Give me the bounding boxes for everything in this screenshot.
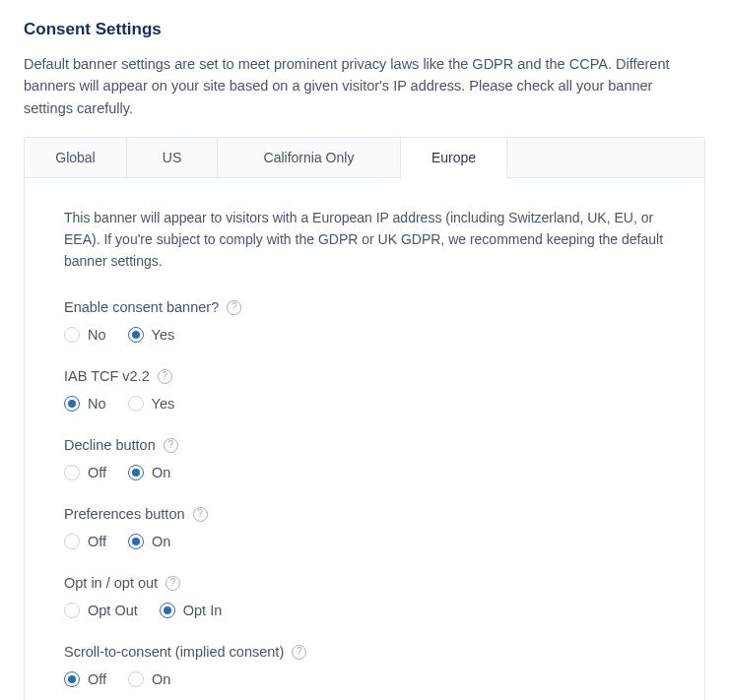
radio-decline-button-off[interactable]: Off (64, 465, 106, 480)
field-opt-in-out: Opt in / opt out ? Opt Out Opt In (64, 575, 665, 618)
tab-global[interactable]: Global (25, 138, 127, 177)
radio-label: Off (88, 465, 106, 480)
radio-enable-banner-no[interactable]: No (64, 327, 106, 343)
field-iab-tcf: IAB TCF v2.2 ? No Yes (64, 368, 665, 412)
radio-group-opt-in-out: Opt Out Opt In (64, 603, 665, 618)
radio-group-enable-banner: No Yes (64, 327, 665, 343)
radio-circle (128, 671, 144, 687)
tab-us[interactable]: US (127, 138, 218, 177)
help-icon[interactable]: ? (292, 645, 306, 660)
radio-circle (64, 671, 80, 687)
radio-circle (128, 465, 144, 480)
radio-circle (64, 396, 80, 412)
radio-label: Yes (152, 396, 175, 412)
radio-enable-banner-yes[interactable]: Yes (128, 327, 175, 343)
label-enable-banner: Enable consent banner? (64, 299, 219, 315)
radio-group-preferences-button: Off On (64, 534, 665, 549)
page-title: Consent Settings (24, 20, 705, 39)
radio-group-decline-button: Off On (64, 465, 665, 480)
radio-label: On (152, 671, 170, 687)
radio-group-scroll-consent: Off On (64, 671, 665, 687)
help-icon[interactable]: ? (158, 369, 172, 384)
panel-description: This banner will appear to visitors with… (64, 208, 665, 272)
radio-circle (128, 327, 144, 343)
help-icon[interactable]: ? (166, 576, 180, 591)
help-icon[interactable]: ? (193, 507, 208, 522)
radio-scroll-consent-off[interactable]: Off (64, 671, 106, 687)
radio-group-iab-tcf: No Yes (64, 396, 665, 412)
radio-label: Off (88, 671, 106, 687)
field-scroll-consent: Scroll-to-consent (implied consent) ? Of… (64, 644, 665, 687)
field-decline-button: Decline button ? Off On (64, 437, 665, 480)
radio-iab-tcf-no[interactable]: No (64, 396, 106, 412)
radio-label: On (152, 534, 170, 549)
radio-circle (128, 534, 144, 549)
radio-circle (64, 603, 80, 618)
radio-label: Opt Out (88, 603, 138, 618)
label-opt-in-out: Opt in / opt out (64, 575, 158, 591)
radio-circle (160, 603, 175, 618)
help-icon[interactable]: ? (227, 300, 241, 315)
radio-circle (64, 534, 80, 549)
field-enable-banner: Enable consent banner? ? No Yes (64, 299, 665, 343)
radio-label: On (152, 465, 170, 480)
radio-iab-tcf-yes[interactable]: Yes (128, 396, 175, 412)
label-iab-tcf: IAB TCF v2.2 (64, 368, 150, 384)
tab-california-only[interactable]: California Only (218, 138, 401, 177)
radio-circle (64, 327, 80, 343)
radio-label: No (88, 396, 106, 412)
field-preferences-button: Preferences button ? Off On (64, 506, 665, 549)
radio-label: Yes (152, 327, 175, 343)
radio-label: Off (88, 534, 106, 549)
help-icon[interactable]: ? (164, 438, 178, 453)
label-preferences-button: Preferences button (64, 506, 185, 522)
radio-label: No (88, 327, 106, 343)
label-scroll-consent: Scroll-to-consent (implied consent) (64, 644, 284, 660)
radio-opt-in[interactable]: Opt In (160, 603, 223, 618)
radio-preferences-button-off[interactable]: Off (64, 534, 106, 549)
radio-label: Opt In (183, 603, 223, 618)
radio-decline-button-on[interactable]: On (128, 465, 170, 480)
page-description: Default banner settings are set to meet … (24, 53, 705, 119)
label-decline-button: Decline button (64, 437, 156, 453)
tab-europe[interactable]: Europe (401, 138, 507, 178)
radio-circle (128, 396, 144, 412)
tabs-container: Global US California Only Europe This ba… (24, 137, 705, 700)
radio-opt-out[interactable]: Opt Out (64, 603, 138, 618)
radio-circle (64, 465, 80, 480)
radio-preferences-button-on[interactable]: On (128, 534, 170, 549)
radio-scroll-consent-on[interactable]: On (128, 671, 170, 687)
tabs-row: Global US California Only Europe (25, 138, 704, 178)
panel-europe: This banner will appear to visitors with… (25, 178, 704, 700)
